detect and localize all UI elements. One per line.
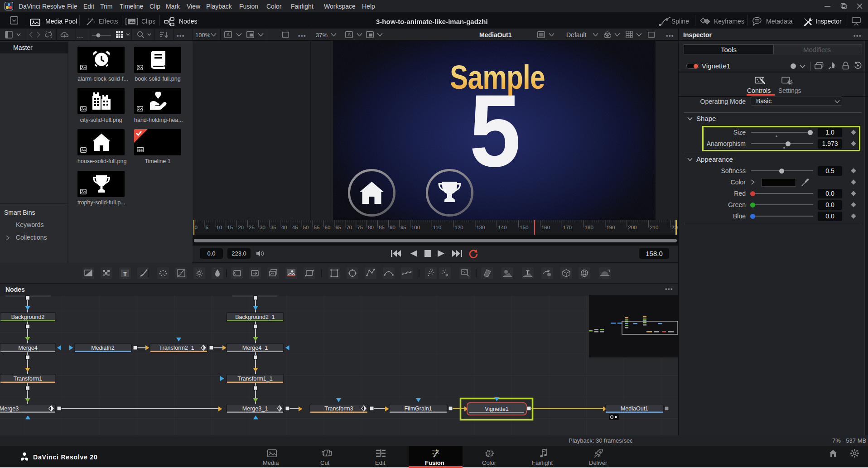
svg-text:130: 130 [476, 225, 485, 230]
svg-text:70: 70 [346, 225, 352, 230]
svg-text:80: 80 [368, 225, 374, 230]
svg-text:95: 95 [400, 225, 406, 230]
svg-text:35: 35 [270, 225, 276, 230]
svg-text:110: 110 [433, 225, 441, 230]
svg-text:60: 60 [325, 225, 331, 230]
svg-text:Transform1_1: Transform1_1 [237, 376, 272, 382]
svg-text:15: 15 [227, 225, 233, 230]
svg-text:5: 5 [205, 225, 208, 230]
svg-text:120: 120 [455, 225, 463, 230]
svg-text:Merge3: Merge3 [0, 405, 19, 412]
svg-text:65: 65 [335, 225, 341, 230]
svg-text:MediaIn2: MediaIn2 [91, 345, 114, 351]
svg-text:10: 10 [216, 225, 222, 230]
svg-text:MediaOut1: MediaOut1 [621, 405, 648, 412]
svg-text:T: T [526, 270, 530, 276]
svg-text:Merge4: Merge4 [18, 345, 37, 351]
svg-text:A: A [347, 32, 351, 37]
svg-text:Transform2_1: Transform2_1 [159, 345, 194, 351]
svg-text:75: 75 [357, 225, 363, 230]
svg-text:50: 50 [303, 225, 309, 230]
svg-text:100: 100 [411, 225, 420, 230]
svg-text:40: 40 [281, 225, 287, 230]
svg-text:Vignette1: Vignette1 [485, 406, 509, 412]
svg-text:150: 150 [520, 225, 528, 230]
svg-text:200: 200 [628, 225, 637, 230]
svg-text:FilmGrain1: FilmGrain1 [404, 405, 432, 412]
svg-text:20: 20 [238, 225, 244, 230]
svg-text:85: 85 [379, 225, 385, 230]
svg-text:Transform1: Transform1 [14, 376, 42, 382]
svg-text:210: 210 [650, 225, 658, 230]
svg-text:180: 180 [585, 225, 593, 230]
svg-text:55: 55 [314, 225, 320, 230]
svg-text:45: 45 [292, 225, 298, 230]
svg-text:A: A [227, 32, 230, 37]
svg-text:Merge3_1: Merge3_1 [242, 405, 268, 412]
svg-text:30: 30 [260, 225, 265, 230]
svg-text:140: 140 [498, 225, 506, 230]
svg-text:Merge4_1: Merge4_1 [242, 345, 268, 351]
svg-text:Background2: Background2 [11, 314, 45, 320]
svg-text:0: 0 [195, 225, 198, 230]
svg-text:Background2_1: Background2_1 [235, 314, 275, 320]
svg-text:190: 190 [606, 225, 615, 230]
svg-text:160: 160 [541, 225, 550, 230]
svg-text:25: 25 [249, 225, 255, 230]
svg-text:Transform3: Transform3 [324, 405, 353, 412]
svg-text:90: 90 [390, 225, 395, 230]
svg-text:170: 170 [563, 225, 572, 230]
svg-text:T: T [123, 270, 127, 277]
